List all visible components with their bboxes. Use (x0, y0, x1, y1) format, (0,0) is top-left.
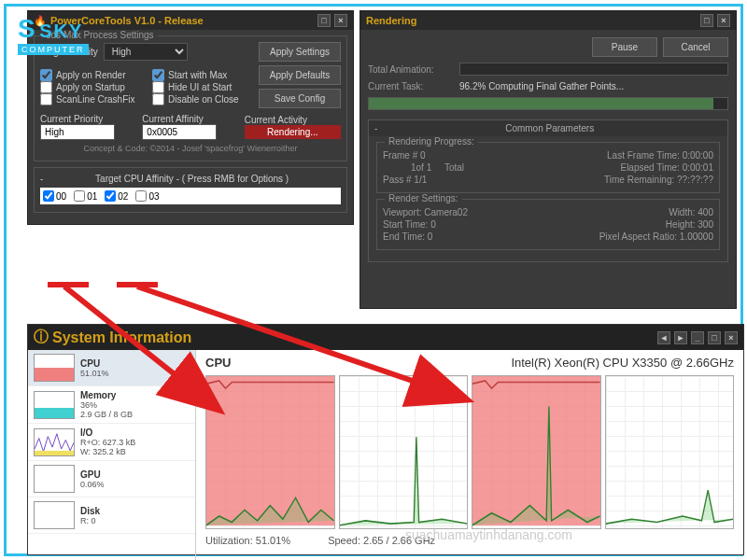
sysinfo-sidebar: CPU51.01% Memory36%2.9 GB / 8 GB I/OR+O:… (28, 350, 196, 560)
window-title: Rendering (366, 15, 416, 26)
current-affinity-field[interactable] (142, 124, 217, 140)
save-config-button[interactable]: Save Config (259, 89, 341, 108)
close-icon[interactable]: × (334, 14, 347, 27)
watermark-logo: S SKY COMPUTER (18, 14, 89, 55)
current-activity-value: Rendering... (245, 125, 341, 139)
sidebar-item-io[interactable]: I/OR+O: 627.3 kBW: 325.2 kB (28, 424, 195, 461)
total-animation-label: Total Animation: (368, 64, 452, 75)
cpu-model: Intel(R) Xeon(R) CPU X3350 @ 2.66GHz (511, 356, 734, 370)
minimize-icon[interactable]: □ (700, 14, 713, 27)
minimize-icon[interactable]: □ (317, 14, 331, 27)
pause-button[interactable]: Pause (592, 37, 657, 57)
affinity-title: Target CPU Affinity - ( Press RMB for Op… (95, 174, 289, 184)
current-task-value: 96.2% Computing Final Gather Points... (459, 81, 624, 91)
sidebar-item-memory[interactable]: Memory36%2.9 GB / 8 GB (28, 386, 195, 424)
core-00-checkbox[interactable]: 00 (43, 190, 66, 202)
current-affinity-label: Current Affinity (142, 114, 238, 124)
svg-rect-3 (48, 282, 89, 287)
core1-chart (339, 375, 469, 529)
core0-chart (205, 375, 335, 529)
core2-chart (472, 375, 601, 529)
nav-fwd-icon[interactable]: ► (674, 331, 687, 344)
total-animation-progress (459, 63, 728, 76)
common-parameters-panel: -Common Parameters Rendering Progress: F… (368, 119, 728, 262)
maximize-icon[interactable]: □ (708, 331, 721, 344)
scanline-crashfix-checkbox[interactable]: ScanLine CrashFix (40, 93, 141, 105)
rendering-progress-group: Rendering Progress: Frame # 0Last Frame … (376, 142, 720, 193)
render-settings-group: Render Settings: Viewport: Camera02Width… (376, 199, 720, 250)
apply-on-startup-checkbox[interactable]: Apply on Startup (40, 81, 141, 93)
current-priority-label: Current Priority (40, 114, 136, 124)
window-title: System Information (52, 329, 191, 346)
collapse-icon[interactable]: - (40, 174, 43, 184)
rendering-titlebar[interactable]: Rendering □ × (360, 11, 736, 30)
current-priority-field[interactable] (40, 124, 115, 140)
nav-back-icon[interactable]: ◄ (657, 331, 670, 344)
target-priority-select[interactable]: High (104, 43, 188, 61)
core-03-checkbox[interactable]: 03 (135, 190, 159, 202)
disable-on-close-checkbox[interactable]: Disable on Close (152, 93, 253, 105)
cpu-heading: CPU (205, 356, 231, 370)
core-01-checkbox[interactable]: 01 (74, 190, 97, 202)
apply-on-render-checkbox[interactable]: Apply on Render (40, 69, 141, 81)
minimize-icon[interactable]: _ (691, 331, 704, 344)
sidebar-item-disk[interactable]: DiskR: 0 (28, 497, 195, 534)
watermark-text: suachuamaytinhdanang.com (405, 527, 572, 542)
affinity-bar: 00 01 02 03 (40, 188, 341, 204)
sysinfo-titlebar[interactable]: ⓘ System Information ◄ ► _ □ × (28, 325, 743, 350)
sidebar-item-cpu[interactable]: CPU51.01% (28, 350, 195, 386)
utilization-value: 51.01% (256, 535, 290, 546)
system-information-window: ⓘ System Information ◄ ► _ □ × CPU51.01%… (27, 324, 744, 555)
close-icon[interactable]: × (725, 331, 738, 344)
speed-label: Speed: (328, 535, 360, 546)
affinity-group: - Target CPU Affinity - ( Press RMB for … (34, 167, 347, 213)
core3-chart (605, 375, 735, 529)
app-icon: ⓘ (34, 328, 49, 347)
apply-defaults-button[interactable]: Apply Defaults (259, 65, 341, 85)
current-activity-label: Current Activity (245, 115, 341, 125)
current-task-progress (368, 97, 728, 110)
hide-ui-checkbox[interactable]: Hide UI at Start (152, 81, 253, 93)
credit-text: Concept & Code: ©2014 - Josef 'spacefrog… (40, 144, 341, 153)
cpu-charts (205, 375, 734, 529)
rendering-window: Rendering □ × Pause Cancel Total Animati… (359, 10, 737, 309)
svg-rect-0 (35, 450, 74, 455)
cancel-button[interactable]: Cancel (663, 37, 728, 57)
close-icon[interactable]: × (717, 14, 730, 27)
apply-settings-button[interactable]: Apply Settings (259, 42, 341, 62)
core-02-checkbox[interactable]: 02 (105, 190, 128, 202)
start-with-max-checkbox[interactable]: Start with Max (152, 69, 253, 81)
svg-rect-4 (117, 282, 158, 287)
current-task-label: Current Task: (368, 81, 452, 91)
collapse-icon[interactable]: - (374, 123, 377, 133)
utilization-label: Utilization: (205, 535, 253, 546)
sidebar-item-gpu[interactable]: GPU0.06% (28, 461, 195, 497)
